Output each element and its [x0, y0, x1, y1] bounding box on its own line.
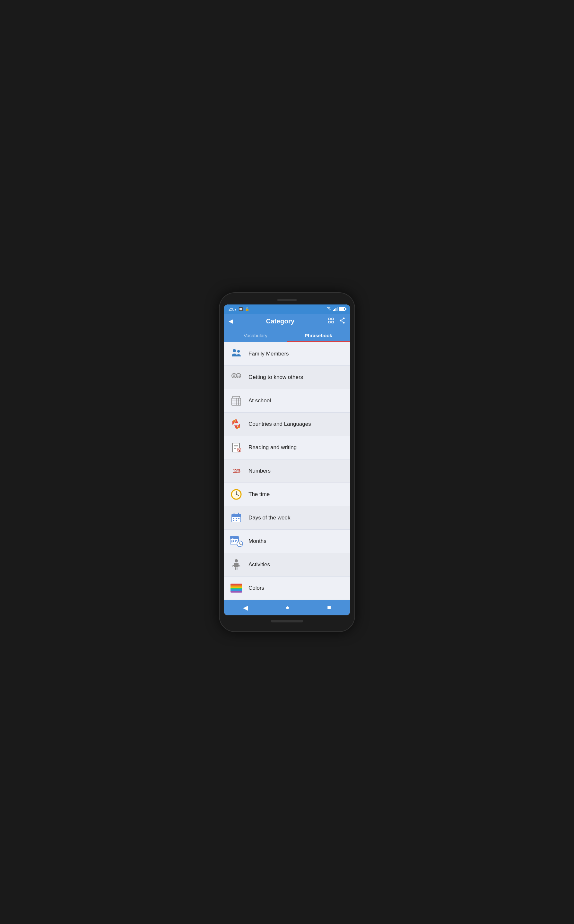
- list-item[interactable]: Activities: [224, 553, 350, 577]
- svg-rect-55: [232, 540, 232, 541]
- back-button[interactable]: ◀: [229, 317, 233, 325]
- globe-icon: [229, 417, 243, 431]
- app-bar: ◀ Category: [224, 314, 350, 329]
- school-icon: [229, 394, 243, 408]
- svg-rect-44: [232, 514, 241, 517]
- svg-text:9: 9: [232, 537, 233, 540]
- svg-rect-68: [234, 563, 238, 567]
- list-item[interactable]: Countries and Languages: [224, 413, 350, 436]
- nav-home-button[interactable]: ●: [285, 604, 289, 611]
- home-button: [271, 620, 303, 622]
- svg-rect-49: [238, 518, 240, 519]
- activities-icon: [229, 558, 243, 572]
- svg-rect-53: [230, 536, 238, 539]
- svg-point-67: [235, 559, 238, 563]
- item-label-days: Days of the week: [249, 515, 290, 521]
- tab-phrasebook[interactable]: Phrasebook: [287, 329, 350, 343]
- list-item[interactable]: Family Members: [224, 343, 350, 366]
- signal-icon: [333, 307, 338, 311]
- wifi-icon: [326, 306, 332, 312]
- status-right: [326, 306, 345, 312]
- list-item[interactable]: 123 Numbers: [224, 459, 350, 483]
- svg-rect-70: [237, 567, 238, 570]
- item-label-school: At school: [249, 398, 271, 404]
- phone-shell: 2:07 🔲 🔒: [219, 293, 355, 632]
- list-item[interactable]: 9 Months: [224, 530, 350, 553]
- clock-icon: [229, 487, 243, 501]
- svg-point-17: [239, 374, 240, 376]
- svg-rect-62: [232, 542, 232, 543]
- tab-vocabulary[interactable]: Vocabulary: [224, 329, 287, 343]
- svg-line-8: [341, 319, 343, 320]
- svg-rect-56: [233, 540, 234, 541]
- status-left: 2:07 🔲 🔒: [229, 307, 249, 311]
- family-icon: [229, 347, 243, 361]
- svg-point-14: [234, 374, 235, 376]
- item-label-family: Family Members: [249, 350, 289, 357]
- svg-rect-60: [233, 541, 234, 542]
- colors-icon: [229, 581, 243, 595]
- speaker: [278, 299, 296, 301]
- svg-rect-69: [235, 567, 236, 570]
- list-item[interactable]: At school: [224, 389, 350, 413]
- share-icon[interactable]: [339, 317, 345, 325]
- svg-rect-1: [328, 318, 330, 320]
- svg-rect-61: [235, 541, 236, 542]
- list-item[interactable]: Days of the week: [224, 506, 350, 530]
- lock-icon: 🔒: [245, 307, 249, 311]
- months-icon: 9: [229, 534, 243, 548]
- calendar-icon: [229, 511, 243, 525]
- item-label-time: The time: [249, 491, 270, 498]
- app-title: Category: [266, 317, 294, 325]
- svg-rect-2: [332, 318, 334, 320]
- grid-icon[interactable]: [328, 317, 334, 326]
- svg-rect-47: [233, 518, 234, 519]
- phone-screen: 2:07 🔲 🔒: [224, 305, 350, 615]
- app-bar-icons: [328, 317, 345, 326]
- tab-bar: Vocabulary Phrasebook: [224, 329, 350, 343]
- svg-point-16: [238, 374, 238, 376]
- svg-rect-50: [233, 520, 234, 521]
- list-item[interactable]: Getting to know others: [224, 366, 350, 389]
- nav-back-button[interactable]: ◀: [243, 604, 248, 611]
- svg-point-12: [232, 374, 236, 378]
- time-display: 2:07: [229, 307, 237, 311]
- battery-icon: [339, 307, 345, 311]
- list-item[interactable]: The time: [224, 483, 350, 506]
- item-label-people: Getting to know others: [249, 374, 303, 380]
- svg-point-11: [237, 350, 240, 353]
- people-icon: [229, 370, 243, 384]
- svg-point-15: [236, 374, 241, 378]
- bottom-nav: ◀ ● ■: [224, 600, 350, 615]
- svg-line-9: [341, 321, 343, 322]
- svg-rect-25: [233, 396, 240, 398]
- numbers-icon: 123: [229, 464, 243, 478]
- item-label-activities: Activities: [249, 561, 270, 568]
- list-item[interactable]: Reading and writing: [224, 436, 350, 459]
- svg-point-13: [233, 374, 234, 376]
- list-item[interactable]: Colors: [224, 577, 350, 600]
- item-label-months: Months: [249, 538, 266, 544]
- svg-point-66: [240, 543, 240, 544]
- svg-rect-48: [236, 518, 237, 519]
- svg-rect-4: [332, 321, 334, 323]
- svg-rect-57: [235, 540, 236, 541]
- svg-point-42: [236, 494, 237, 495]
- svg-rect-51: [236, 520, 237, 521]
- sim-icon: 🔲: [238, 307, 243, 311]
- category-list: Family Members Getting to: [224, 343, 350, 600]
- book-icon: [229, 440, 243, 455]
- svg-rect-3: [328, 321, 330, 323]
- item-label-countries: Countries and Languages: [249, 421, 311, 427]
- svg-rect-58: [236, 540, 237, 541]
- item-label-reading: Reading and writing: [249, 444, 296, 451]
- nav-recent-button[interactable]: ■: [327, 604, 331, 611]
- svg-rect-59: [232, 541, 232, 542]
- svg-point-10: [233, 349, 236, 352]
- item-label-numbers: Numbers: [249, 468, 271, 474]
- item-label-colors: Colors: [249, 585, 264, 591]
- status-bar: 2:07 🔲 🔒: [224, 305, 350, 314]
